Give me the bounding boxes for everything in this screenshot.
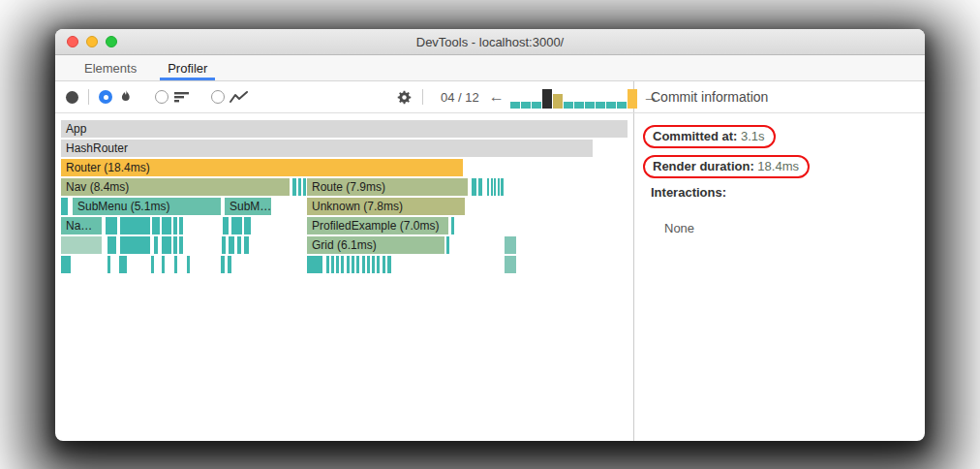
flame-bar[interactable]: [162, 217, 171, 234]
commit-bar[interactable]: [532, 102, 541, 109]
flame-bar[interactable]: [494, 178, 496, 196]
flame-bar-router-18-4ms[interactable]: Router (18.4ms): [61, 159, 463, 176]
flame-bar[interactable]: [387, 256, 391, 273]
flame-bar[interactable]: [446, 236, 449, 254]
commit-bar[interactable]: [521, 102, 531, 109]
flame-bar[interactable]: [152, 217, 160, 234]
flame-bar[interactable]: [107, 236, 116, 254]
flame-bar[interactable]: [298, 178, 301, 196]
interactions-view-radio[interactable]: [211, 90, 225, 104]
committed-at-label: Committed at:: [653, 129, 737, 143]
flame-bar[interactable]: [377, 256, 380, 273]
flame-bar[interactable]: [356, 256, 359, 273]
flame-bar[interactable]: [229, 236, 234, 254]
commit-bar[interactable]: [510, 102, 520, 109]
flame-bar[interactable]: [222, 236, 226, 254]
flame-bar-submenu-5-1ms[interactable]: SubMenu (5.1ms): [73, 198, 221, 215]
flame-bar-profiledexample-7-0ms[interactable]: ProfiledExample (7.0ms): [307, 217, 448, 234]
close-window-button[interactable]: [67, 36, 78, 47]
commit-bar[interactable]: [585, 102, 595, 109]
flamegraph-view-radio[interactable]: [99, 90, 112, 104]
flame-bar[interactable]: [336, 256, 339, 273]
flame-bar-nav-8-4ms[interactable]: Nav (8.4ms): [61, 178, 290, 196]
title-bar[interactable]: DevTools - localhost:3000/: [55, 29, 925, 55]
flame-bar[interactable]: [478, 178, 482, 196]
flame-bar[interactable]: [491, 178, 493, 196]
flame-bar[interactable]: [451, 217, 454, 234]
flame-row: Nav (8.4ms)Route (7.9ms): [61, 178, 633, 196]
flame-bar[interactable]: [61, 256, 71, 273]
record-button[interactable]: [66, 91, 78, 104]
flame-bar[interactable]: [162, 236, 171, 254]
flame-bar[interactable]: [331, 256, 334, 273]
flame-bar[interactable]: [228, 256, 231, 273]
flame-bar[interactable]: [179, 217, 183, 234]
commit-bar[interactable]: [596, 102, 605, 109]
tab-elements[interactable]: Elements: [69, 55, 152, 80]
commit-bar[interactable]: [606, 102, 616, 109]
flame-bar[interactable]: [61, 236, 102, 254]
commit-bar[interactable]: [574, 102, 584, 109]
ranked-view-radio[interactable]: [155, 90, 168, 104]
flame-bar[interactable]: [179, 236, 183, 254]
flame-bar[interactable]: [174, 256, 177, 273]
settings-gear-icon[interactable]: [396, 89, 413, 106]
flame-bar[interactable]: [221, 256, 225, 273]
flame-bar[interactable]: [362, 256, 365, 273]
flame-bar[interactable]: [505, 236, 516, 254]
flame-bar-app[interactable]: App: [61, 120, 628, 138]
interactions-chart-icon[interactable]: [230, 90, 249, 105]
flame-bar-subm[interactable]: SubM…: [225, 198, 271, 215]
flame-bar-unknown-7-8ms[interactable]: Unknown (7.8ms): [307, 198, 465, 215]
flame-bar[interactable]: [383, 256, 385, 273]
flame-bar[interactable]: [244, 236, 249, 254]
flame-bar[interactable]: [487, 178, 489, 196]
zoom-window-button[interactable]: [106, 36, 117, 47]
flame-bar[interactable]: [347, 256, 350, 273]
flame-bar[interactable]: [501, 178, 504, 196]
flame-bar[interactable]: [107, 256, 110, 273]
flame-bar[interactable]: [352, 256, 354, 273]
flame-bar[interactable]: [154, 236, 158, 254]
flame-bar[interactable]: [372, 256, 375, 273]
flame-bar-na[interactable]: Na…: [61, 217, 102, 234]
flame-bar[interactable]: [498, 178, 500, 196]
flame-bar[interactable]: [120, 217, 150, 234]
tab-profiler[interactable]: Profiler: [152, 55, 223, 80]
flame-bar[interactable]: [187, 256, 190, 273]
minimize-window-button[interactable]: [86, 36, 98, 47]
flame-icon[interactable]: [118, 89, 134, 105]
flame-bar[interactable]: [472, 178, 476, 196]
flame-bar[interactable]: [244, 217, 251, 234]
flame-bar[interactable]: [162, 256, 165, 273]
commit-bar[interactable]: [553, 94, 563, 109]
flame-bar[interactable]: [367, 256, 370, 273]
commit-bar[interactable]: [564, 102, 573, 109]
commit-bar[interactable]: [617, 102, 627, 109]
flame-bar[interactable]: [292, 178, 296, 196]
flame-bar[interactable]: [173, 217, 177, 234]
previous-commit-button[interactable]: ←: [485, 89, 508, 105]
flame-bar[interactable]: [505, 256, 516, 273]
ranked-chart-icon[interactable]: [173, 90, 190, 104]
flame-bar[interactable]: [237, 236, 241, 254]
flame-row: Router (18.4ms): [61, 159, 633, 176]
flame-bar-grid-6-1ms[interactable]: Grid (6.1ms): [307, 236, 444, 254]
commit-bar-selected[interactable]: [542, 89, 552, 109]
flame-bar[interactable]: [106, 217, 117, 234]
flame-bar[interactable]: [61, 198, 68, 215]
flame-bar[interactable]: [120, 236, 150, 254]
flame-bar[interactable]: [231, 217, 242, 234]
flame-bar-hashrouter[interactable]: HashRouter: [61, 140, 593, 157]
flame-bar-route-7-9ms[interactable]: Route (7.9ms): [307, 178, 468, 196]
flame-bar[interactable]: [326, 256, 329, 273]
flame-bar[interactable]: [151, 256, 154, 273]
flame-bar[interactable]: [119, 256, 127, 273]
flame-bar[interactable]: [303, 178, 306, 196]
commit-selector-chart[interactable]: [510, 85, 637, 109]
flame-bar[interactable]: [173, 236, 177, 254]
flame-bar[interactable]: [341, 256, 344, 273]
flame-bar[interactable]: [307, 256, 322, 273]
interactions-none: None: [664, 221, 911, 235]
flame-bar[interactable]: [223, 217, 229, 234]
